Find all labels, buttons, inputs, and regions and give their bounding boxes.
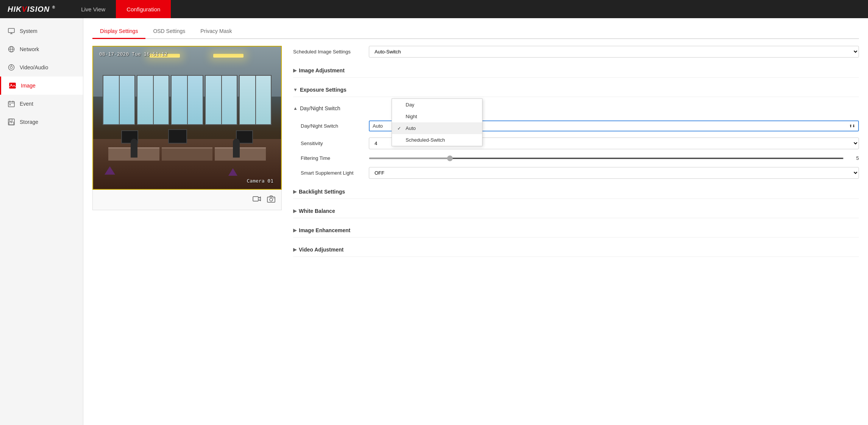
day-night-section-label: Day/Night Switch <box>300 105 340 111</box>
filtering-time-slider[interactable] <box>369 158 844 159</box>
sidebar-label-storage: Storage <box>20 119 38 125</box>
day-night-switch-label: Day/Night Switch <box>293 123 369 129</box>
svg-point-10 <box>11 84 12 85</box>
sidebar-item-network[interactable]: Network <box>0 40 83 58</box>
chevron-right-icon: ▶ <box>293 68 297 73</box>
smart-supplement-select[interactable]: OFF ON <box>369 167 859 179</box>
svg-point-23 <box>273 198 274 198</box>
sidebar-label-event: Event <box>20 101 33 107</box>
chevron-right-icon-wb: ▶ <box>293 208 297 214</box>
image-adjustment-header[interactable]: ▶ Image Adjustment <box>293 64 859 78</box>
nav-live-view[interactable]: Live View <box>70 0 116 18</box>
image-enhancement-label: Image Enhancement <box>299 227 350 233</box>
day-night-switch-row: Day/Night Switch Auto ⬆⬇ <box>293 120 859 131</box>
smart-supplement-row: Smart Supplement Light OFF ON <box>293 167 859 179</box>
day-night-section: ▲ Day/Night Switch Day <box>293 102 859 114</box>
exposure-settings-label: Exposure Settings <box>300 87 347 93</box>
svg-point-7 <box>10 66 12 69</box>
sidebar-item-storage[interactable]: Storage <box>0 113 83 131</box>
filtering-time-slider-container: 5 <box>369 155 859 161</box>
settings-dial-icon <box>8 64 15 71</box>
snapshot-button[interactable] <box>267 195 275 205</box>
scheduled-image-select[interactable]: Auto-Switch Day Night Scheduled <box>369 46 859 58</box>
main-content: Display Settings OSD Settings Privacy Ma… <box>83 18 868 425</box>
image-adjustment-label: Image Adjustment <box>299 67 345 73</box>
exposure-settings-header[interactable]: ▼ Exposure Settings <box>293 83 859 97</box>
camera-scene <box>93 47 281 189</box>
smart-supplement-label: Smart Supplement Light <box>293 170 369 176</box>
backlight-settings-label: Backlight Settings <box>299 189 345 195</box>
dropdown-option-day[interactable]: Day <box>392 99 482 111</box>
chevron-right-icon-va: ▶ <box>293 247 297 252</box>
day-night-dropdown-list: Day Night ✓ Auto <box>392 98 482 146</box>
globe-icon <box>8 45 15 53</box>
sidebar-label-video-audio: Video/Audio <box>20 64 48 70</box>
scheduled-image-row: Scheduled Image Settings Auto-Switch Day… <box>293 46 859 58</box>
backlight-settings-header[interactable]: ▶ Backlight Settings <box>293 185 859 199</box>
scheduled-image-control: Auto-Switch Day Night Scheduled <box>369 46 859 58</box>
top-navigation: HIKVISION ® Live View Configuration <box>0 0 868 18</box>
sensitivity-label: Sensitivity <box>293 141 369 146</box>
chevron-right-icon-backlight: ▶ <box>293 189 297 194</box>
content-area: 08-17-2020 Tue 16:51:12 Camera 01 <box>92 46 859 262</box>
sidebar-item-video-audio[interactable]: Video/Audio <box>0 58 83 77</box>
dropdown-option-scheduled-switch[interactable]: Scheduled-Switch <box>392 134 482 146</box>
nav-configuration[interactable]: Configuration <box>116 0 171 18</box>
calendar-icon <box>8 100 15 108</box>
filtering-time-value: 5 <box>848 155 859 161</box>
dropdown-option-auto[interactable]: ✓ Auto <box>392 122 482 134</box>
chevron-down-icon-daynight: ▲ <box>293 106 298 111</box>
main-layout: System Network Video/Audio <box>0 18 868 425</box>
svg-rect-18 <box>9 122 14 125</box>
scheduled-image-label: Scheduled Image Settings <box>293 49 369 55</box>
exposure-settings-content: ▲ Day/Night Switch Day <box>293 102 859 179</box>
smart-supplement-control: OFF ON <box>369 167 859 179</box>
sidebar-item-system[interactable]: System <box>0 22 83 40</box>
dropdown-arrow-icon: ⬆⬇ <box>849 124 855 128</box>
sidebar-item-event[interactable]: Event <box>0 95 83 113</box>
sensitivity-row: Sensitivity 123 4567 <box>293 138 859 149</box>
nav-items: Live View Configuration <box>70 0 171 18</box>
filtering-time-control: 5 <box>369 155 859 161</box>
video-adjustment-label: Video Adjustment <box>299 247 343 253</box>
image-icon <box>9 82 16 89</box>
sidebar-label-network: Network <box>20 46 39 52</box>
white-balance-header[interactable]: ▶ White Balance <box>293 204 859 218</box>
video-adjustment-header[interactable]: ▶ Video Adjustment <box>293 243 859 257</box>
white-balance-label: White Balance <box>299 208 335 214</box>
tab-bar: Display Settings OSD Settings Privacy Ma… <box>92 24 859 39</box>
brand-logo: HIKVISION ® <box>8 5 55 14</box>
monitor-icon <box>8 27 15 35</box>
camera-timestamp: 08-17-2020 Tue 16:51:12 <box>99 51 167 57</box>
camera-section: 08-17-2020 Tue 16:51:12 Camera 01 <box>92 46 282 262</box>
svg-rect-15 <box>9 104 11 105</box>
tab-display-settings[interactable]: Display Settings <box>92 24 145 39</box>
sidebar-label-system: System <box>20 28 37 34</box>
svg-point-22 <box>270 198 273 201</box>
camera-controls <box>92 190 282 210</box>
record-button[interactable] <box>253 195 261 205</box>
tab-privacy-mask[interactable]: Privacy Mask <box>193 24 239 39</box>
svg-rect-20 <box>253 197 258 201</box>
filtering-time-row: Filtering Time 5 <box>293 155 859 161</box>
settings-panel: Scheduled Image Settings Auto-Switch Day… <box>293 46 859 262</box>
svg-rect-17 <box>9 119 12 121</box>
camera-label: Camera 01 <box>247 178 273 184</box>
image-enhancement-header[interactable]: ▶ Image Enhancement <box>293 223 859 238</box>
tab-osd-settings[interactable]: OSD Settings <box>145 24 193 39</box>
camera-preview: 08-17-2020 Tue 16:51:12 Camera 01 <box>92 46 282 190</box>
svg-rect-0 <box>8 28 14 33</box>
chevron-down-icon-exposure: ▼ <box>293 87 298 92</box>
sidebar-label-image: Image <box>21 83 36 89</box>
chevron-right-icon-ie: ▶ <box>293 228 297 233</box>
filtering-time-label: Filtering Time <box>293 155 369 161</box>
dropdown-option-night[interactable]: Night <box>392 111 482 122</box>
svg-rect-11 <box>8 102 14 107</box>
save-icon <box>8 118 15 126</box>
sidebar: System Network Video/Audio <box>0 18 83 425</box>
sidebar-item-image[interactable]: Image <box>0 77 83 95</box>
